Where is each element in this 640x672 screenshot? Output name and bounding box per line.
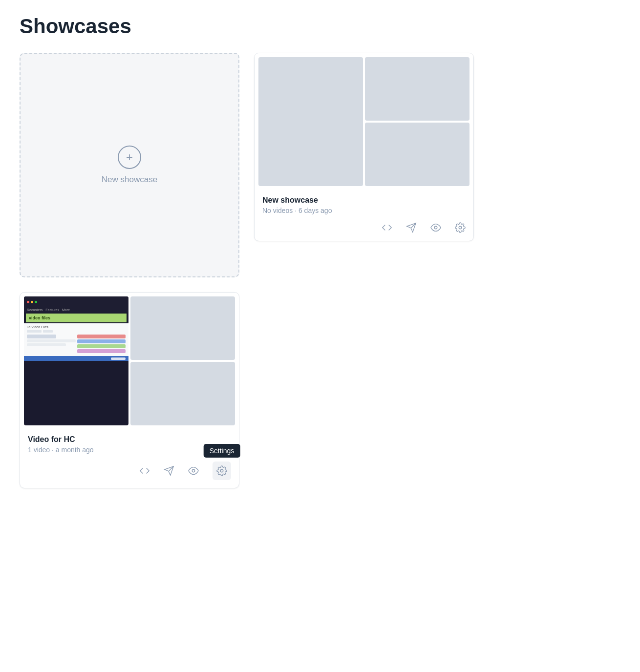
embed-button[interactable] <box>382 222 392 233</box>
video-content-label: To Video Files <box>27 325 126 329</box>
svg-point-3 <box>459 226 462 229</box>
svg-point-2 <box>434 226 437 229</box>
content-block-colored <box>77 344 126 348</box>
video-showcase-name: Video for HC <box>28 435 231 444</box>
content-block <box>27 330 42 333</box>
nav-item: More <box>62 308 70 312</box>
showcase-actions <box>255 214 473 241</box>
dot-yellow <box>31 301 33 303</box>
share-button-2[interactable] <box>164 465 174 476</box>
nav-item: Features <box>45 308 59 312</box>
share-button[interactable] <box>406 222 417 233</box>
button-mock <box>111 357 126 360</box>
video-showcase-meta: 1 video · a month ago <box>28 446 231 454</box>
page-title: Showcases <box>20 15 620 38</box>
content-block <box>27 335 56 338</box>
create-showcase-card[interactable]: + New showcase <box>20 53 239 277</box>
nav-item: Recorders <box>27 308 43 312</box>
top-row: + New showcase New showcase No videos · … <box>20 53 620 277</box>
content-block <box>27 339 76 342</box>
content-block-colored <box>77 339 126 343</box>
video-showcase-info: Video for HC 1 video · a month ago <box>20 429 239 454</box>
dot-green <box>35 301 37 303</box>
content-block <box>43 330 53 333</box>
thumbnail-main <box>258 57 363 186</box>
video-banner: video files <box>26 314 127 322</box>
showcase-meta: No videos · 6 days ago <box>262 207 466 214</box>
video-thumbnail-grid: Recorders Features More video files To V… <box>20 293 239 429</box>
settings-button-2[interactable] <box>213 462 231 480</box>
svg-point-7 <box>220 469 223 472</box>
preview-button-2[interactable] <box>188 465 199 476</box>
settings-tooltip-wrapper: Settings <box>213 462 231 480</box>
video-showcase-actions: Settings <box>20 454 239 488</box>
plus-icon: + <box>118 146 141 169</box>
thumbnail-right-top <box>130 296 235 360</box>
browser-bar <box>24 296 128 307</box>
thumbnail-right-bottom <box>130 362 235 425</box>
thumbnail-bottom-right <box>365 123 469 186</box>
dot-red <box>27 301 29 303</box>
showcase-info: New showcase No videos · 6 days ago <box>255 190 473 214</box>
content-block <box>27 343 66 346</box>
embed-button-2[interactable] <box>139 465 150 476</box>
showcase-card-2: Recorders Features More video files To V… <box>20 292 239 488</box>
showcase-name: New showcase <box>262 196 466 205</box>
video-thumbnail-main: Recorders Features More video files To V… <box>24 296 128 425</box>
content-block-colored <box>77 349 126 353</box>
settings-button[interactable] <box>455 222 466 233</box>
content-block-colored <box>77 335 126 338</box>
svg-point-6 <box>192 469 195 472</box>
preview-button[interactable] <box>430 222 441 233</box>
showcase-thumbnail-grid <box>255 53 473 190</box>
showcase-card-1: New showcase No videos · 6 days ago <box>254 53 474 241</box>
thumbnail-top-right <box>365 57 469 121</box>
bottom-row: Recorders Features More video files To V… <box>20 292 620 488</box>
new-showcase-label: New showcase <box>102 175 157 185</box>
